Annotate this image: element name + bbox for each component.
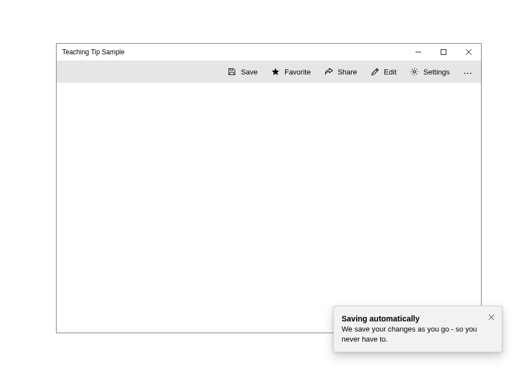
titlebar: Teaching Tip Sample <box>57 44 481 60</box>
svg-line-4 <box>376 69 377 71</box>
maximize-button[interactable] <box>431 44 456 60</box>
titlebar-controls <box>405 44 481 60</box>
svg-point-7 <box>467 73 468 74</box>
favorite-button[interactable]: Favorite <box>264 61 318 82</box>
teaching-tip: Saving automatically We save your change… <box>333 306 502 352</box>
star-icon <box>271 67 280 76</box>
edit-button[interactable]: Edit <box>364 61 403 82</box>
more-button[interactable] <box>456 61 479 82</box>
edit-label: Edit <box>384 68 396 76</box>
teaching-tip-subtitle: We save your changes as you go - so you … <box>342 324 480 344</box>
svg-point-6 <box>464 73 465 74</box>
settings-button[interactable]: Settings <box>403 61 456 82</box>
save-label: Save <box>241 68 258 76</box>
window-title: Teaching Tip Sample <box>62 48 405 56</box>
maximize-icon <box>441 49 446 55</box>
more-icon <box>463 67 472 76</box>
close-icon <box>489 312 494 321</box>
gear-icon <box>410 67 419 76</box>
edit-icon <box>371 67 380 76</box>
content-area <box>57 83 481 333</box>
settings-label: Settings <box>423 68 450 76</box>
command-bar: Save Favorite Share <box>57 60 481 83</box>
share-button[interactable]: Share <box>318 61 364 82</box>
teaching-tip-close-button[interactable] <box>486 312 496 322</box>
share-icon <box>324 67 333 76</box>
minimize-button[interactable] <box>405 44 431 60</box>
app-window: Teaching Tip Sample <box>56 43 482 333</box>
save-icon <box>227 67 236 76</box>
share-label: Share <box>338 68 357 76</box>
minimize-icon <box>416 49 421 55</box>
favorite-label: Favorite <box>284 68 311 76</box>
close-icon <box>466 49 472 55</box>
svg-rect-1 <box>441 50 446 55</box>
save-button[interactable]: Save <box>221 61 264 82</box>
svg-point-8 <box>470 73 471 74</box>
teaching-tip-title: Saving automatically <box>342 314 480 323</box>
svg-point-5 <box>413 71 416 73</box>
close-window-button[interactable] <box>456 44 481 60</box>
